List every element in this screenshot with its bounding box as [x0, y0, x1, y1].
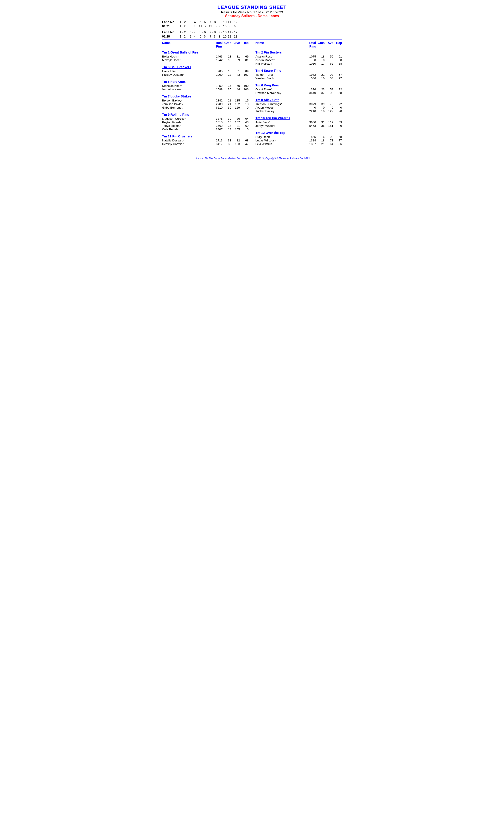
- page-header: LEAGUE STANDING SHEET Results for Week N…: [162, 4, 342, 18]
- player-row: Bella Hecht* 1463 18 81 69: [162, 55, 249, 58]
- stat-pins: 1242: [215, 58, 223, 62]
- player-row: Cole Roush 2807 18 155 0: [162, 128, 249, 131]
- player-row: Jamison Baxley 2789 21 132 18: [162, 102, 249, 106]
- team-9-rolling-pins: Tm 9 Rolling Pins Madyson Curtice* 3375 …: [162, 113, 249, 131]
- player-row: Tandon Turpin* 1972 21 93 57: [256, 73, 342, 76]
- left-name-header: Name: [162, 41, 213, 48]
- stat-pins: 1463: [215, 55, 223, 58]
- lane-schedule-2: Lane No 1 - 2 3 - 4 5 - 6 7 - 8 9 - 10 1…: [162, 30, 342, 38]
- player-row: Lucas Wiltzius* 1314 18 73 77: [256, 139, 342, 142]
- player-row: Nicholas Kime* 1852 37 50 100: [162, 84, 249, 87]
- lane-date-1: 01/21: [162, 24, 178, 28]
- player-row: Mavryk Hecht 1242 18 69 81: [162, 58, 249, 62]
- team-10-ten-pin-wizards: Tm 10 Ten Pin Wizards Julia Beck* 3650 3…: [256, 116, 342, 127]
- player-row: Tucker Baxley 2210 18 122 28: [256, 109, 342, 113]
- player-row: Gabe Behrendt 6610 39 169 0: [162, 106, 249, 109]
- team-12-over-the-top: Tm 12 Over the Top Sully Reek 555 6 92 5…: [256, 131, 342, 146]
- right-col-header: Name TotalPins Gms Ave Hcp: [256, 41, 342, 49]
- team-4-spare-time: Tm 4 Spare Time Tandon Turpin* 1972 21 9…: [256, 69, 342, 80]
- footer-text: Licensed To: The Dome Lanes Perfect Secr…: [194, 157, 310, 160]
- stat-ave: 69: [232, 58, 240, 62]
- team-1-great-balls-of-fire: Tm 1 Great Balls of Fire Bella Hecht* 14…: [162, 51, 249, 62]
- lane-label-2: Lane No: [162, 30, 178, 34]
- player-name: Bella Hecht*: [162, 55, 213, 58]
- stat-gms: 18: [223, 55, 231, 58]
- right-column: Name TotalPins Gms Ave Hcp Tm 2 Pin Bust…: [253, 41, 342, 149]
- player-row: Grant Rose* 1336 23 58 92: [256, 88, 342, 91]
- player-name: Hank Ellie: [162, 69, 213, 73]
- player-row: Veronica Kime 1588 36 44 106: [162, 88, 249, 91]
- player-row: Jordyn Walters 5463 36 151 0: [256, 124, 342, 127]
- team-3-ball-breakers: Tm 3 Ball Breakers Hank Ellie 985 16 61 …: [162, 65, 249, 76]
- team-7-lucky-strikes: Tm 7 Lucky Strikes Bryson Baxley* 2842 2…: [162, 95, 249, 109]
- team-2-pin-busters: Tm 2 Pin Busters Adalyn Rose 1075 18 59 …: [256, 51, 342, 65]
- team-11-pin-crushers: Tm 11 Pin Crushers Natalie Dessart* 2713…: [162, 134, 249, 146]
- team-6-king-pins: Tm 6 King Pins Grant Rose* 1336 23 58 92…: [256, 83, 342, 95]
- left-col-header: Name TotalPins Gms Ave Hcp: [162, 41, 249, 49]
- left-column: Name TotalPins Gms Ave Hcp Tm 1 Great Ba…: [162, 41, 251, 149]
- player-row: Madyson Curtice* 3375 39 86 64: [162, 117, 249, 120]
- player-row: Adalyn Rose 1075 18 59 91: [256, 55, 342, 58]
- stat-hcp: 81: [241, 58, 249, 62]
- team-1-name: Tm 1 Great Balls of Fire: [162, 51, 249, 54]
- player-name: Mavryk Hecht: [162, 58, 213, 62]
- player-row: Destiny Cormier 3417 33 103 47: [162, 142, 249, 146]
- lane-label-1: Lane No: [162, 20, 178, 24]
- footer: Licensed To: The Dome Lanes Perfect Secr…: [162, 156, 342, 160]
- team-3-name: Tm 3 Ball Breakers: [162, 65, 249, 69]
- player-row: Sully Reek 555 6 92 58: [256, 135, 342, 138]
- player-row: Ayden Moses 0 0 0 0: [256, 106, 342, 109]
- player-row: Paisley Dessart* 1009 23 43 107: [162, 73, 249, 76]
- player-row: Kali Hollsten 1060 17 62 88: [256, 62, 342, 65]
- league-name: Saturday Strikers - Dome Lanes: [162, 14, 342, 18]
- team-5-fort-knox: Tm 5 Fort Knox Nicholas Kime* 1852 37 50…: [162, 80, 249, 91]
- player-row: Austin Moses* 0 0 0 0: [256, 58, 342, 62]
- page-container: LEAGUE STANDING SHEET Results for Week N…: [162, 4, 342, 160]
- stat-ave: 81: [232, 55, 240, 58]
- week-info: Results for Week No. 17 of 28 01/14/2023: [162, 10, 342, 14]
- lane-schedule-1: Lane No 1 - 2 3 - 4 5 - 6 7 - 8 9 - 10 1…: [162, 20, 342, 28]
- stat-gms: 18: [223, 58, 231, 62]
- player-row: Natalie Dessart* 2713 33 82 68: [162, 139, 249, 142]
- lane-date-2: 01/28: [162, 35, 178, 38]
- right-name-header: Name: [256, 41, 307, 48]
- player-row: Weston Smith 536 10 53 97: [256, 77, 342, 80]
- player-row: Levi Wiltzius 1357 21 64 86: [256, 142, 342, 146]
- player-row: Peyton Roush 1615 15 107 43: [162, 120, 249, 124]
- player-row: Julia Beck* 3650 31 117 33: [256, 120, 342, 124]
- player-row: Trenton Cummings* 3079 39 78 72: [256, 102, 342, 106]
- teams-wrapper: Name TotalPins Gms Ave Hcp Tm 1 Great Ba…: [162, 41, 342, 149]
- player-row: Hank Ellie 985 16 61 89: [162, 69, 249, 73]
- team-8-alley-cats: Tm 8 Alley Cats Trenton Cummings* 3079 3…: [256, 98, 342, 113]
- stat-hcp: 69: [241, 55, 249, 58]
- page-title: LEAGUE STANDING SHEET: [162, 4, 342, 10]
- player-row: Tehya Helman 2762 34 81 69: [162, 124, 249, 127]
- player-row: Bryson Baxley* 2842 21 135 15: [162, 99, 249, 102]
- player-row: Dawson McKenney 3440 37 92 58: [256, 91, 342, 95]
